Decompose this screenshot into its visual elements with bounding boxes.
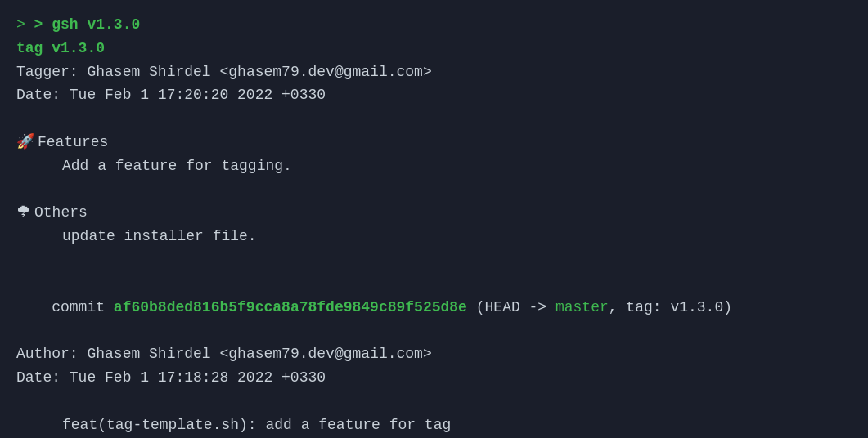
- commit-line: commit af60b8ded816b5f9cca8a78fde9849c89…: [16, 272, 852, 342]
- tag-version-text: tag v1.3.0: [16, 40, 105, 56]
- features-title: Features: [38, 134, 108, 150]
- author-email: <ghasem79.dev@gmail.com>: [219, 346, 431, 362]
- commit-ref-open: (HEAD ->: [476, 299, 555, 315]
- others-title: Others: [34, 204, 88, 221]
- author-line: Author: Ghasem Shirdel <ghasem79.dev@gma…: [16, 342, 852, 366]
- features-section: 🚀Features: [16, 131, 852, 154]
- terminal-window: > > gsh v1.3.0 tag v1.3.0 Tagger: Ghasem…: [16, 13, 852, 438]
- author-label: Author:: [16, 346, 79, 362]
- others-section: 🌩Others: [16, 201, 852, 225]
- blank-line-2: [16, 178, 852, 202]
- author-name: Ghasem Shirdel: [87, 346, 210, 362]
- tagger-label: Tagger:: [16, 64, 79, 80]
- gsh-version: > gsh v1.3.0: [34, 16, 141, 33]
- others-desc: update installer file.: [16, 225, 852, 248]
- prompt-line: > > gsh v1.3.0: [16, 13, 852, 37]
- commit-ref-master: master: [555, 299, 609, 315]
- features-emoji: 🚀: [16, 134, 34, 150]
- date-label: Date:: [16, 87, 61, 103]
- commit-msg: feat(tag-template.sh): add a feature for…: [16, 413, 852, 437]
- date-value: Tue Feb 1 17:20:20 2022 +0330: [61, 87, 326, 103]
- tagger-line: Tagger: Ghasem Shirdel <ghasem79.dev@gma…: [16, 60, 852, 84]
- blank-line-4: [16, 390, 852, 413]
- commit-date-label: Date:: [16, 369, 61, 386]
- commit-date-line: Date: Tue Feb 1 17:18:28 2022 +0330: [16, 366, 852, 390]
- commit-hash: af60b8ded816b5f9cca8a78fde9849c89f525d8e: [114, 299, 467, 315]
- blank-line-1: [16, 107, 852, 131]
- commit-ref-tag: , tag: v1.3.0): [609, 299, 732, 315]
- commit-date-value: Tue Feb 1 17:18:28 2022 +0330: [61, 369, 326, 386]
- prompt-symbol: >: [16, 16, 34, 33]
- others-emoji: 🌩: [16, 204, 31, 221]
- date-line: Date: Tue Feb 1 17:20:20 2022 +0330: [16, 83, 852, 107]
- blank-line-3: [16, 248, 852, 272]
- tag-line: tag v1.3.0: [16, 37, 852, 60]
- commit-label: commit: [52, 299, 105, 315]
- features-desc: Add a feature for tagging.: [16, 154, 852, 178]
